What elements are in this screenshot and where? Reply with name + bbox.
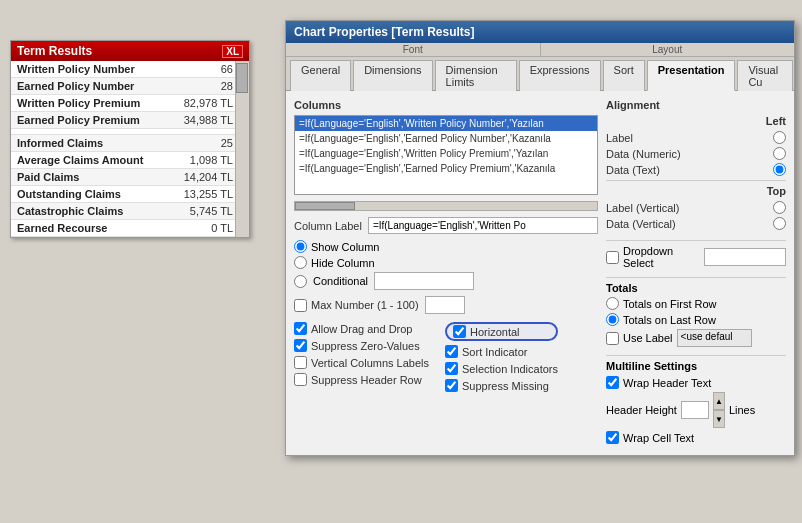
align-radio[interactable] [773, 163, 786, 176]
use-label-checkbox[interactable] [606, 332, 619, 345]
left-cb-label: Vertical Columns Labels [311, 357, 429, 369]
h-scrollbar-thumb[interactable] [295, 202, 355, 210]
table-row: Average Claims Amount1,098 TL [11, 152, 249, 169]
right-checkboxes: Horizontal Sort Indicator Selection Indi… [445, 322, 558, 392]
dialog-title: Chart Properties [Term Results] [286, 21, 794, 43]
left-checkbox[interactable] [294, 356, 307, 369]
tab-dimensions[interactable]: Dimensions [353, 60, 432, 91]
tab-sort[interactable]: Sort [603, 60, 645, 91]
multiline-title: Multiline Settings [606, 360, 786, 372]
column-item[interactable]: =If(Language='English','Earned Policy Nu… [295, 131, 597, 146]
wrap-header-checkbox[interactable] [606, 376, 619, 389]
tab-presentation[interactable]: Presentation [647, 60, 736, 91]
totals-radio[interactable] [606, 297, 619, 310]
max-number-input[interactable]: 10 [425, 296, 465, 314]
tabs-row: GeneralDimensionsDimension LimitsExpress… [286, 57, 794, 91]
wrap-cell-checkbox[interactable] [606, 431, 619, 444]
divider2 [606, 240, 786, 241]
visibility-radio-group: Show Column Hide Column Conditional [294, 240, 598, 290]
left-panel: Columns =If(Language='English','Written … [294, 99, 598, 447]
scrollbar-thumb[interactable] [236, 63, 248, 93]
use-label-input[interactable]: <use defaul [677, 329, 752, 347]
align-radio[interactable] [773, 147, 786, 160]
left-cb-item: Allow Drag and Drop [294, 322, 429, 335]
tab-expressions[interactable]: Expressions [519, 60, 601, 91]
dropdown-label: Dropdown Select [623, 245, 700, 269]
row-label: Earned Policy Number [11, 78, 168, 95]
column-label-value[interactable]: =If(Language='English','Written Po [368, 217, 598, 234]
wrap-header-row: Wrap Header Text [606, 376, 786, 389]
column-label-text: Column Label [294, 220, 362, 232]
conditional-input[interactable] [374, 272, 474, 290]
top-align-label: Data (Vertical) [606, 218, 773, 230]
table-row: Paid Claims14,204 TL [11, 169, 249, 186]
right-cb-label: Horizontal [470, 326, 520, 338]
font-group: Font [286, 43, 541, 57]
dropdown-input[interactable] [704, 248, 786, 266]
term-results-panel: Term Results XL Written Policy Number66E… [10, 40, 250, 238]
hide-column-radio-item: Hide Column [294, 256, 598, 269]
conditional-radio-item: Conditional [294, 272, 598, 290]
tab-dimension-limits[interactable]: Dimension Limits [435, 60, 517, 91]
show-column-radio[interactable] [294, 240, 307, 253]
dialog-content: Columns =If(Language='English','Written … [286, 91, 794, 455]
right-checkbox[interactable] [453, 325, 466, 338]
align-radio[interactable] [773, 131, 786, 144]
columns-label: Columns [294, 99, 598, 111]
top-align-radio[interactable] [773, 217, 786, 230]
left-checkbox[interactable] [294, 373, 307, 386]
divider [606, 180, 786, 181]
term-results-scrollbar[interactable] [235, 61, 249, 237]
top-alignment-row: Label (Vertical) [606, 201, 786, 214]
row-label: Paid Claims [11, 169, 168, 186]
left-checkbox[interactable] [294, 339, 307, 352]
top-align-label: Label (Vertical) [606, 202, 773, 214]
column-item[interactable]: =If(Language='English','Written Policy P… [295, 146, 597, 161]
row-label: Outstanding Claims [11, 186, 168, 203]
tab-groups-row: Font Layout [286, 43, 794, 57]
max-number-checkbox-label: Max Number (1 - 100) [294, 299, 419, 312]
top-align-radio[interactable] [773, 201, 786, 214]
chart-properties-dialog: Chart Properties [Term Results] Font Lay… [285, 20, 795, 456]
max-number-checkbox[interactable] [294, 299, 307, 312]
left-checkbox[interactable] [294, 322, 307, 335]
hide-column-radio[interactable] [294, 256, 307, 269]
right-cb-item: Selection Indicators [445, 362, 558, 375]
dropdown-row: Dropdown Select [606, 245, 786, 269]
totals-radio[interactable] [606, 313, 619, 326]
bottom-checkboxes: Allow Drag and Drop Suppress Zero-Values… [294, 322, 598, 392]
left-cb-label: Suppress Header Row [311, 374, 422, 386]
row-label: Informed Claims [11, 135, 168, 152]
term-results-table: Written Policy Number66Earned Policy Num… [11, 61, 249, 237]
dropdown-checkbox[interactable] [606, 251, 619, 264]
table-row: Earned Policy Premium34,988 TL [11, 112, 249, 129]
tab-visual-cu[interactable]: Visual Cu [737, 60, 793, 91]
spinner-down[interactable]: ▼ [713, 410, 725, 428]
right-checkbox[interactable] [445, 362, 458, 375]
left-cb-item: Vertical Columns Labels [294, 356, 429, 369]
align-header: Left [606, 115, 786, 127]
spinner-buttons: ▲ ▼ [713, 392, 725, 428]
table-row: Outstanding Claims13,255 TL [11, 186, 249, 203]
column-item[interactable]: =If(Language='English','Written Policy N… [295, 116, 597, 131]
top-header: Top [606, 185, 786, 197]
alignment-row: Data (Numeric) [606, 147, 786, 160]
columns-scrollbar-h[interactable] [294, 201, 598, 211]
align-label: Label [606, 132, 773, 144]
conditional-radio[interactable] [294, 275, 307, 288]
max-number-label: Max Number (1 - 100) [311, 299, 419, 311]
columns-list[interactable]: =If(Language='English','Written Policy N… [294, 115, 598, 195]
alignment-row: Data (Text) [606, 163, 786, 176]
table-row: Written Policy Number66 [11, 61, 249, 78]
left-cb-item: Suppress Header Row [294, 373, 429, 386]
row-label: Earned Recourse [11, 220, 168, 237]
column-item[interactable]: =If(Language='English','Earned Policy Pr… [295, 161, 597, 176]
table-row: Earned Policy Number28 [11, 78, 249, 95]
alignment-title: Alignment [606, 99, 786, 111]
right-checkbox[interactable] [445, 345, 458, 358]
row-label: Earned Policy Premium [11, 112, 168, 129]
right-checkbox[interactable] [445, 379, 458, 392]
header-height-input[interactable]: 2 [681, 401, 709, 419]
spinner-up[interactable]: ▲ [713, 392, 725, 410]
tab-general[interactable]: General [290, 60, 351, 91]
